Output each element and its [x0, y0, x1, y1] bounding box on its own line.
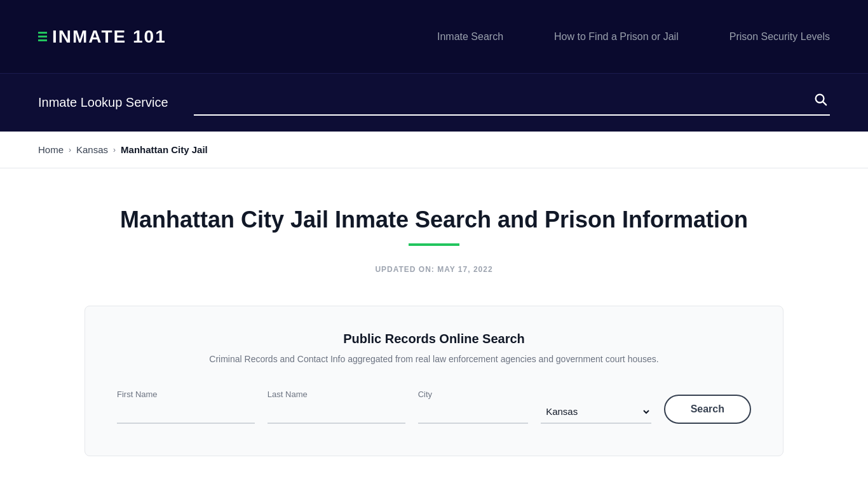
main-content: Manhattan City Jail Inmate Search and Pr… — [0, 168, 868, 482]
nav-security-levels[interactable]: Prison Security Levels — [729, 31, 830, 43]
logo[interactable]: INMATE 101 — [38, 27, 166, 47]
search-button[interactable]: Search — [664, 395, 751, 424]
search-card: Public Records Online Search Criminal Re… — [85, 306, 783, 456]
search-bar-label: Inmate Lookup Service — [38, 95, 168, 110]
page-title: Manhattan City Jail Inmate Search and Pr… — [38, 207, 830, 233]
breadcrumb-home[interactable]: Home — [38, 144, 64, 155]
last-name-input[interactable] — [268, 402, 405, 424]
first-name-group: First Name — [117, 390, 255, 424]
breadcrumb-kansas[interactable]: Kansas — [76, 144, 108, 155]
title-underline — [409, 243, 459, 246]
svg-line-1 — [823, 102, 826, 105]
search-bar-section: Inmate Lookup Service — [0, 73, 868, 132]
search-icon — [813, 92, 827, 106]
breadcrumb-chevron-2: › — [113, 146, 116, 154]
last-name-label: Last Name — [268, 390, 405, 399]
top-navigation: INMATE 101 Inmate Search How to Find a P… — [0, 0, 868, 73]
search-input-wrapper — [194, 90, 830, 116]
city-label: City — [418, 390, 528, 399]
city-group: City — [418, 390, 528, 424]
first-name-label: First Name — [117, 390, 255, 399]
card-description: Criminal Records and Contact Info aggreg… — [117, 354, 751, 364]
breadcrumb: Home › Kansas › Manhattan City Jail — [38, 144, 830, 155]
breadcrumb-current: Manhattan City Jail — [121, 144, 208, 155]
nav-links-container: Inmate Search How to Find a Prison or Ja… — [437, 31, 830, 43]
search-form: First Name Last Name City AlabamaAlaskaA… — [117, 390, 751, 424]
logo-text: INMATE 101 — [52, 27, 166, 47]
nav-inmate-search[interactable]: Inmate Search — [437, 31, 503, 43]
search-icon-button[interactable] — [811, 90, 830, 112]
nav-find-prison[interactable]: How to Find a Prison or Jail — [554, 31, 679, 43]
state-group: AlabamaAlaskaArizonaArkansasCaliforniaCo… — [541, 400, 651, 424]
search-input[interactable] — [194, 95, 811, 107]
first-name-input[interactable] — [117, 402, 255, 424]
breadcrumb-chevron-1: › — [69, 146, 71, 154]
card-title: Public Records Online Search — [117, 332, 751, 346]
breadcrumb-section: Home › Kansas › Manhattan City Jail — [0, 132, 868, 168]
logo-bars-icon — [38, 32, 47, 41]
updated-text: UPDATED ON: MAY 17, 2022 — [38, 265, 830, 274]
state-select[interactable]: AlabamaAlaskaArizonaArkansasCaliforniaCo… — [541, 400, 651, 424]
city-input[interactable] — [418, 402, 528, 424]
last-name-group: Last Name — [268, 390, 405, 424]
